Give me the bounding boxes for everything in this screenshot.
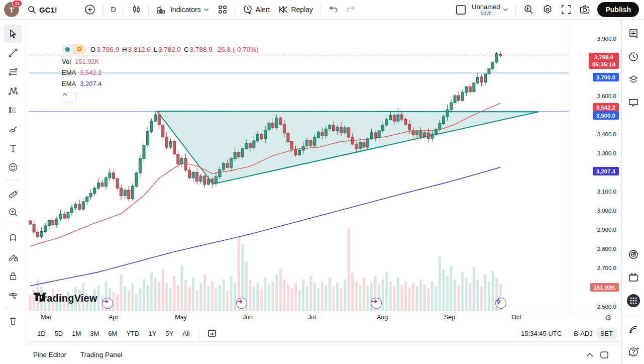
indicators-icon: [156, 5, 167, 15]
screener-button[interactable]: [626, 247, 641, 262]
zoom-tool-button[interactable]: [4, 203, 22, 221]
apps-grid-button[interactable]: [626, 293, 641, 308]
month-label-May[interactable]: May: [175, 314, 187, 321]
pine-editor-tab[interactable]: Pine Editor: [33, 351, 66, 358]
fib-tool-button[interactable]: [4, 63, 22, 81]
range-button-5Y[interactable]: 5Y: [161, 328, 177, 339]
adjust-data-button[interactable]: B-ADJ: [570, 328, 596, 339]
smiley-icon: [8, 162, 18, 172]
chart-style-button[interactable]: [127, 2, 145, 17]
settings-button[interactable]: [538, 2, 557, 17]
month-label-Mar[interactable]: Mar: [41, 314, 52, 321]
axis-settings-gear-icon[interactable]: ⚙: [601, 311, 616, 324]
range-button-5D[interactable]: 5D: [51, 328, 67, 339]
month-label-Sep[interactable]: Sep: [444, 314, 455, 321]
range-button-1M[interactable]: 1M: [68, 328, 85, 339]
top-toolbar: T 11 GC1! D Indicators: [0, 0, 644, 20]
ema-fast-legend-row[interactable]: EMA 3,542.2: [62, 69, 260, 76]
month-label-Jun[interactable]: Jun: [243, 314, 253, 321]
price-tick: 2,800.0: [597, 246, 616, 252]
price-tick: 3,000.0: [597, 208, 616, 214]
alerts-panel-button[interactable]: [626, 49, 641, 64]
low-value: 3,782.0: [158, 46, 181, 53]
price-badge-3,700.0[interactable]: 3,700.0: [593, 73, 619, 81]
object-tree-button[interactable]: [626, 72, 641, 87]
replay-button[interactable]: Replay: [274, 2, 317, 17]
fullscreen-button[interactable]: [557, 2, 575, 17]
alert-button[interactable]: Alert: [238, 2, 275, 17]
price-axis[interactable]: 3,900.03,600.03,400.03,300.03,100.03,000…: [569, 20, 621, 311]
month-label-Jul[interactable]: Jul: [308, 314, 316, 321]
event-marker-rollover-arrow[interactable]: [371, 298, 382, 309]
close-value: 3,788.9: [190, 46, 212, 53]
chart-pane[interactable]: D O3,796.9 H3,812.6 L3,782.0 C3,788.9 -2…: [29, 20, 569, 311]
range-button-6M[interactable]: 6M: [104, 328, 121, 339]
pattern-tool-button[interactable]: [4, 82, 22, 100]
drawing-mode-button[interactable]: [4, 248, 22, 266]
cursor-tool-button[interactable]: [4, 25, 22, 43]
volume-legend-row[interactable]: Vol 151.92K: [62, 58, 260, 65]
emoji-tool-button[interactable]: [4, 158, 22, 176]
clock-utc[interactable]: 15:34:45 UTC: [521, 330, 562, 337]
redo-button[interactable]: [342, 2, 360, 17]
prediction-tool-button[interactable]: [4, 101, 22, 119]
hide-drawings-button[interactable]: [4, 286, 22, 304]
month-label-Oct[interactable]: Oct: [511, 314, 521, 321]
month-label-Aug[interactable]: Aug: [377, 314, 388, 321]
undo-button[interactable]: [324, 2, 342, 17]
trading-panel-tab[interactable]: Trading Panel: [80, 351, 123, 358]
restore-panel-icon[interactable]: [600, 351, 608, 358]
quick-search-button[interactable]: [519, 2, 538, 17]
goto-date-button[interactable]: [203, 327, 221, 341]
price-tick: 2,500.0: [597, 304, 616, 310]
help-button[interactable]: [626, 344, 641, 359]
layout-thumbnail-button[interactable]: [451, 2, 471, 17]
range-button-3M[interactable]: 3M: [86, 328, 103, 339]
bottom-range-toolbar: 1D5D1M3M6MYTD1Y5YAll 15:34:45 UTC B-ADJ …: [29, 326, 619, 342]
calendar-button[interactable]: [626, 270, 641, 285]
event-marker-flash[interactable]: [495, 298, 506, 309]
open-value: 3,796.9: [96, 46, 119, 53]
session-button[interactable]: SET: [596, 328, 617, 339]
trend-line-tool-button[interactable]: [4, 44, 22, 62]
symbol-source-pill[interactable]: D: [62, 44, 86, 54]
measure-tool-button[interactable]: [4, 184, 22, 202]
publish-button[interactable]: Publish: [597, 2, 639, 17]
watchlist-button[interactable]: [626, 26, 641, 41]
event-marker-rollover-arrow[interactable]: [102, 298, 113, 309]
text-tool-button[interactable]: [4, 139, 22, 157]
price-badge-3,207.4[interactable]: 3,207.4: [593, 167, 619, 175]
price-tick: 3,100.0: [597, 189, 616, 195]
lock-drawings-button[interactable]: [4, 267, 22, 285]
brush-tool-button[interactable]: [4, 120, 22, 138]
event-marker-rollover-arrow[interactable]: [236, 298, 247, 309]
chevron-up-icon: [62, 93, 67, 96]
notification-badge: 11: [12, 0, 22, 7]
news-feed-button[interactable]: [626, 322, 641, 337]
expand-panel-chevron-icon[interactable]: [586, 353, 593, 357]
add-symbol-button[interactable]: [80, 2, 100, 17]
price-badge-3,542.2[interactable]: 3,542.2: [593, 103, 619, 112]
price-badge-151.92K[interactable]: 151.92K: [590, 283, 619, 292]
time-axis[interactable]: MarAprMayJunJulAugSepOct: [29, 311, 619, 326]
save-layout-link[interactable]: Save: [480, 11, 492, 16]
last-price-badge[interactable]: 3,788.905:35:14: [589, 53, 619, 69]
remove-drawings-button[interactable]: [4, 312, 22, 330]
layout-grid-button[interactable]: [213, 2, 232, 17]
user-menu-button[interactable]: T 11: [4, 2, 19, 17]
symbol-search-button[interactable]: GC1!: [23, 2, 62, 17]
chat-button[interactable]: [626, 95, 641, 110]
range-button-1D[interactable]: 1D: [33, 328, 50, 339]
ema-slow-legend-row[interactable]: EMA 3,207.4: [62, 80, 260, 87]
range-button-YTD[interactable]: YTD: [122, 328, 143, 339]
month-label-Apr[interactable]: Apr: [109, 314, 118, 321]
price-badge-3,500.0[interactable]: 3,500.0: [593, 111, 619, 120]
screenshot-button[interactable]: [575, 2, 594, 17]
magnet-tool-button[interactable]: [4, 229, 22, 247]
legend-collapse-button[interactable]: [62, 93, 77, 103]
range-button-1Y[interactable]: 1Y: [144, 328, 160, 339]
indicators-button[interactable]: Indicators: [152, 2, 213, 17]
layout-manager-button[interactable]: Unnamed Save: [471, 2, 512, 17]
interval-button[interactable]: D: [106, 2, 121, 17]
range-button-All[interactable]: All: [178, 328, 193, 339]
